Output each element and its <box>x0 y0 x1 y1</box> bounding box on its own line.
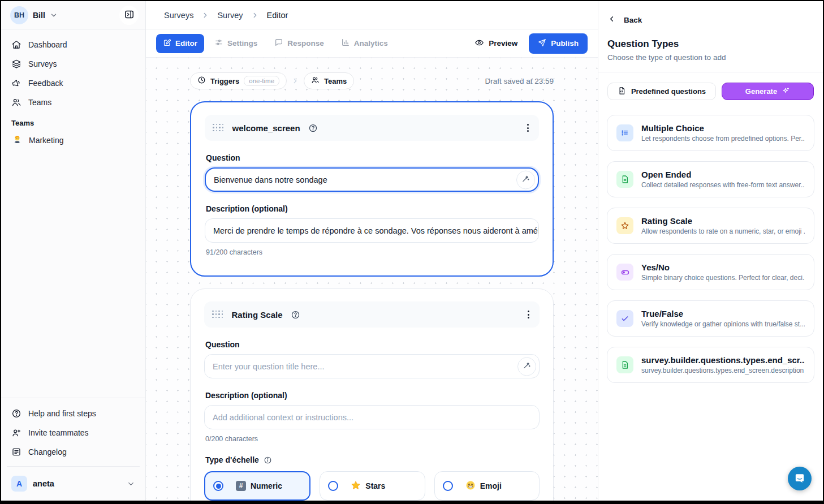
sidebar-item-dashboard[interactable]: Dashboard <box>6 35 141 54</box>
chat-widget-button[interactable] <box>788 467 812 490</box>
question-card-rating-scale[interactable]: Rating Scale Question Enter your questio… <box>190 288 554 501</box>
type-card-open-ended[interactable]: Open Ended Collect detailed responses wi… <box>607 161 814 197</box>
sidebar-item-label: Feedback <box>28 79 63 88</box>
type-description: survey.builder.questions.types.end_scree… <box>641 367 805 374</box>
type-card-rating-scale[interactable]: Rating Scale Allow respondents to rate o… <box>607 208 814 244</box>
ai-wand-button[interactable] <box>516 170 535 189</box>
question-label: Question <box>206 153 538 162</box>
question-card-welcome-screen[interactable]: welcome_screen Question Bienvenue dans n… <box>190 101 554 277</box>
breadcrumb-editor[interactable]: Editor <box>267 11 288 20</box>
help-circle-icon <box>11 408 21 419</box>
radio-selected-icon <box>213 481 223 491</box>
info-circle-icon[interactable] <box>264 456 272 464</box>
chevron-down-icon <box>50 11 58 19</box>
sidebar-item-label: Invite teammates <box>28 428 89 437</box>
type-description: Simple binary choice questions. Perfect … <box>641 274 805 282</box>
scale-type-options: # Numeric Stars <box>204 471 540 501</box>
chat-bubble-icon <box>793 472 806 486</box>
teams-chip[interactable]: Teams <box>304 72 354 89</box>
question-input[interactable]: Bienvenue dans notre sondage <box>205 167 539 192</box>
panel-actions: Predefined questions Generate <box>598 72 823 100</box>
tab-label: Settings <box>227 39 257 48</box>
account-menu[interactable]: A aneta <box>6 471 141 496</box>
sliders-icon <box>214 38 223 49</box>
ai-wand-button[interactable] <box>517 357 536 376</box>
option-label: Emoji <box>480 481 502 490</box>
description-label: Description (optional) <box>205 391 538 400</box>
account-avatar: A <box>11 476 27 492</box>
scale-option-numeric[interactable]: # Numeric <box>204 471 310 501</box>
sidebar-item-invite[interactable]: Invite teammates <box>6 423 141 442</box>
tab-settings[interactable]: Settings <box>208 33 264 53</box>
help-circle-icon[interactable] <box>308 123 318 133</box>
sidebar-item-changelog[interactable]: Changelog <box>6 442 141 462</box>
publish-button[interactable]: Publish <box>529 33 588 54</box>
drag-handle-icon[interactable] <box>212 311 224 319</box>
breadcrumb-surveys[interactable]: Surveys <box>164 11 193 20</box>
scale-option-emoji[interactable]: Emoji <box>434 471 540 501</box>
sidebar-item-surveys[interactable]: Surveys <box>6 54 141 74</box>
document-icon <box>616 356 633 373</box>
scale-option-stars[interactable]: Stars <box>320 471 425 501</box>
more-options-icon[interactable] <box>525 122 531 134</box>
type-description: Let respondents choose from predefined o… <box>641 135 805 143</box>
tab-response[interactable]: Response <box>268 33 331 53</box>
sidebar: BH Bill Dashboard <box>1 1 146 501</box>
app-window: BH Bill Dashboard <box>1 1 823 501</box>
sidebar-nav: Dashboard Surveys Feedback Teams <box>1 29 145 150</box>
type-title: survey.builder.questions.types.end_scr..… <box>641 355 805 365</box>
editor-toolbar: Editor Settings Response Analytics <box>146 29 598 58</box>
type-card-end-screen[interactable]: survey.builder.questions.types.end_scr..… <box>607 347 814 383</box>
layers-icon <box>11 59 21 69</box>
chevron-down-icon <box>127 480 135 488</box>
sidebar-collapse-button[interactable] <box>119 6 139 25</box>
type-card-true-false[interactable]: True/False Verify knowledge or gather op… <box>607 300 814 337</box>
type-title: Rating Scale <box>641 216 805 226</box>
sidebar-item-label: Dashboard <box>28 40 67 49</box>
sidebar-team-marketing[interactable]: Marketing <box>6 131 141 150</box>
char-counter: 91/200 characters <box>206 248 538 256</box>
newspaper-icon <box>11 447 21 457</box>
predefined-questions-button[interactable]: Predefined questions <box>607 83 716 100</box>
triggers-chip[interactable]: Triggers one-time <box>190 72 287 89</box>
help-circle-icon[interactable] <box>291 310 300 320</box>
description-input[interactable]: Merci de prendre le temps de répondre à … <box>205 218 539 243</box>
description-input[interactable]: Add additional context or instructions..… <box>204 405 540 429</box>
back-button[interactable]: Back <box>607 15 814 25</box>
question-input[interactable]: Enter your question title here... <box>204 354 540 378</box>
preview-button[interactable]: Preview <box>469 33 523 54</box>
magic-wand-icon <box>523 361 531 372</box>
tab-analytics[interactable]: Analytics <box>334 33 395 53</box>
sidebar-item-help[interactable]: Help and first steps <box>6 404 141 423</box>
triggers-label: Triggers <box>210 77 239 85</box>
tab-label: Analytics <box>354 39 388 48</box>
team-name: Marketing <box>29 136 63 145</box>
tab-editor[interactable]: Editor <box>156 34 204 53</box>
breadcrumb-survey[interactable]: Survey <box>217 11 243 20</box>
chevron-right-icon <box>291 77 299 85</box>
chevron-right-icon <box>251 11 259 19</box>
chevron-left-icon <box>607 15 616 25</box>
generate-button[interactable]: Generate <box>722 83 814 100</box>
send-icon <box>538 38 546 49</box>
bar-chart-icon <box>341 38 350 49</box>
type-description: Collect detailed responses with free-for… <box>641 181 805 189</box>
publish-label: Publish <box>551 39 579 48</box>
sidebar-item-label: Help and first steps <box>28 409 96 418</box>
more-options-icon[interactable] <box>525 308 532 321</box>
type-description: Allow respondents to rate on a numeric, … <box>641 227 805 235</box>
question-label: Question <box>205 340 538 349</box>
drag-handle-icon[interactable] <box>213 124 225 132</box>
home-icon <box>11 40 21 50</box>
sidebar-item-feedback[interactable]: Feedback <box>6 74 141 93</box>
message-icon <box>274 38 283 49</box>
check-icon <box>616 310 633 327</box>
users-icon <box>11 97 21 107</box>
workspace-switcher[interactable]: BH Bill <box>1 1 145 29</box>
radio-icon <box>443 481 453 491</box>
type-card-yes-no[interactable]: Yes/No Simple binary choice questions. P… <box>607 254 814 290</box>
sidebar-item-teams[interactable]: Teams <box>6 93 141 112</box>
type-card-multiple-choice[interactable]: Multiple Choice Let respondents choose f… <box>607 115 814 151</box>
generate-label: Generate <box>745 87 777 96</box>
option-label: Stars <box>365 481 385 490</box>
